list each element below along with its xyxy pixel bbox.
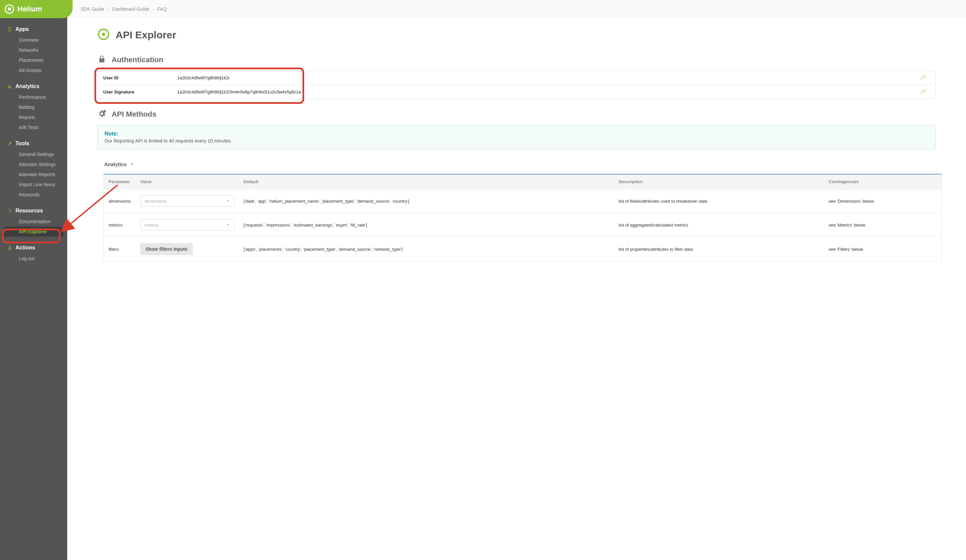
sidebar-item-log-out[interactable]: Log out <box>0 253 67 264</box>
sidebar-item-api-explorer[interactable]: API Explorer <box>3 227 64 236</box>
param-row-metrics: metricsmetrics['requests', 'impressions'… <box>104 213 942 237</box>
sidebar-item-bidding[interactable]: Bidding <box>0 102 67 112</box>
params-table: ParameterValueDefaultDescriptionContinge… <box>104 174 942 261</box>
col-parameter: Parameter <box>104 174 135 189</box>
gear-icon <box>97 109 106 119</box>
svg-point-3 <box>102 33 105 36</box>
auth-label: User Signature <box>103 89 177 94</box>
sidebar-item-documentation[interactable]: Documentation <box>0 217 67 227</box>
col-default: Default <box>239 174 614 189</box>
page-icon <box>97 28 110 41</box>
svg-point-1 <box>9 246 11 248</box>
sidebar-heading-actions[interactable]: Actions <box>0 242 67 253</box>
param-contingencies: see 'Filters' below <box>824 237 941 261</box>
auth-value: 1a2b3c4d5e6f7g8h9i0j1k2l <box>177 75 917 80</box>
param-description: list of properties/attributes to filter … <box>614 237 824 261</box>
crumb-dashboard[interactable]: Dashboard Guide <box>112 7 149 12</box>
sidebar-item-import-line-items[interactable]: Import Line Items <box>0 179 67 190</box>
sidebar-item-a-b-tests[interactable]: A/B Tests <box>0 122 67 133</box>
param-name: dimensions <box>104 189 135 213</box>
sidebar-item-overview[interactable]: Overview <box>0 35 67 45</box>
sidebar-item-performance[interactable]: Performance <box>0 92 67 102</box>
col-contingencies: Contingencies <box>824 174 941 189</box>
logo[interactable]: Helium <box>0 0 72 18</box>
sidebar-item-ad-groups[interactable]: Ad Groups <box>0 65 67 75</box>
param-contingencies: see 'Dimensions' below <box>824 189 941 213</box>
svg-point-4 <box>104 110 106 112</box>
param-description: list of aggregated/calculated metrics <box>614 213 824 237</box>
breadcrumb: SDK Guide › Dashboard Guide › FAQ <box>67 0 966 18</box>
sidebar-item-placements[interactable]: Placements <box>0 55 67 65</box>
auth-section-title: Authentication <box>112 56 163 64</box>
param-row-filters: filtersShow filters Inputs['apps', 'plac… <box>104 237 942 261</box>
param-value-cell: Show filters Inputs <box>135 237 239 261</box>
analytics-collapser[interactable]: Analytics <box>104 161 936 167</box>
sidebar-item-networks[interactable]: Networks <box>0 45 67 55</box>
param-value-cell: dimensions <box>135 189 239 213</box>
param-default: ['date', 'app', 'helium_placement_name',… <box>239 189 614 213</box>
auth-box: User ID 1a2b3c4d5e6f7g8h9i0j1k2l User Si… <box>97 71 936 99</box>
crumb-sdk[interactable]: SDK Guide <box>80 7 104 12</box>
show-filters-button[interactable]: Show filters Inputs <box>140 243 193 255</box>
param-value-cell: metrics <box>135 213 239 237</box>
param-default: ['apps', 'placements', 'country', 'place… <box>239 237 614 261</box>
chevron-right-icon: › <box>108 7 109 11</box>
sidebar-item-adomain-settings[interactable]: Adomain Settings <box>0 159 67 169</box>
collapser-label: Analytics <box>104 161 127 167</box>
sidebar-item-reports[interactable]: Reports <box>0 112 67 122</box>
methods-section-title: API Methods <box>112 110 156 119</box>
auth-row-user-signature: User Signature 1a2b3c4d5e6f7g8h9i0j1k2l3… <box>98 85 935 99</box>
param-default: ['requests', 'impressions', 'estimated_e… <box>239 213 614 237</box>
sidebar: Helium AppsOverviewNetworksPlacementsAd … <box>0 0 67 560</box>
sidebar-item-general-settings[interactable]: General Settings <box>0 149 67 159</box>
chevron-down-icon <box>130 162 134 167</box>
sidebar-heading-tools[interactable]: Tools <box>0 138 67 149</box>
chevron-right-icon: › <box>153 7 154 11</box>
note-title: Note: <box>105 131 929 137</box>
page-title: API Explorer <box>116 29 176 41</box>
copy-link-button[interactable] <box>917 89 930 95</box>
sidebar-heading-apps[interactable]: Apps <box>0 23 67 35</box>
crumb-faq[interactable]: FAQ <box>157 7 167 12</box>
param-name: metrics <box>104 213 135 237</box>
auth-row-user-id: User ID 1a2b3c4d5e6f7g8h9i0j1k2l <box>98 71 935 85</box>
logo-icon <box>5 4 14 14</box>
logo-text: Helium <box>18 5 42 13</box>
param-description: list of fields/attributes used to breakd… <box>614 189 824 213</box>
svg-rect-0 <box>9 27 11 31</box>
auth-label: User ID <box>103 75 177 80</box>
sidebar-heading-resources[interactable]: Resources <box>0 205 67 217</box>
col-value: Value <box>135 174 239 189</box>
sidebar-item-adomain-reports[interactable]: Adomain Reports <box>0 169 67 179</box>
param-contingencies: see 'Metrics' below <box>824 213 941 237</box>
param-row-dimensions: dimensionsdimensions['date', 'app', 'hel… <box>104 189 942 213</box>
note-body: Our Reporting API is limited to 40 reque… <box>105 138 929 143</box>
lock-icon <box>97 55 106 64</box>
col-description: Description <box>614 174 824 189</box>
auth-value: 1a2b3c4d5e6f7g8h9i0j1k2l3m4n5o6p7q8r9s0t… <box>177 89 917 94</box>
sidebar-heading-analytics[interactable]: Analytics <box>0 80 67 92</box>
param-name: filters <box>104 237 135 261</box>
metrics-select[interactable]: metrics <box>140 219 234 231</box>
sidebar-item-keywords[interactable]: Keywords <box>0 190 67 200</box>
note-box: Note: Our Reporting API is limited to 40… <box>97 125 936 149</box>
copy-link-button[interactable] <box>917 75 930 80</box>
dimensions-select[interactable]: dimensions <box>140 195 234 207</box>
